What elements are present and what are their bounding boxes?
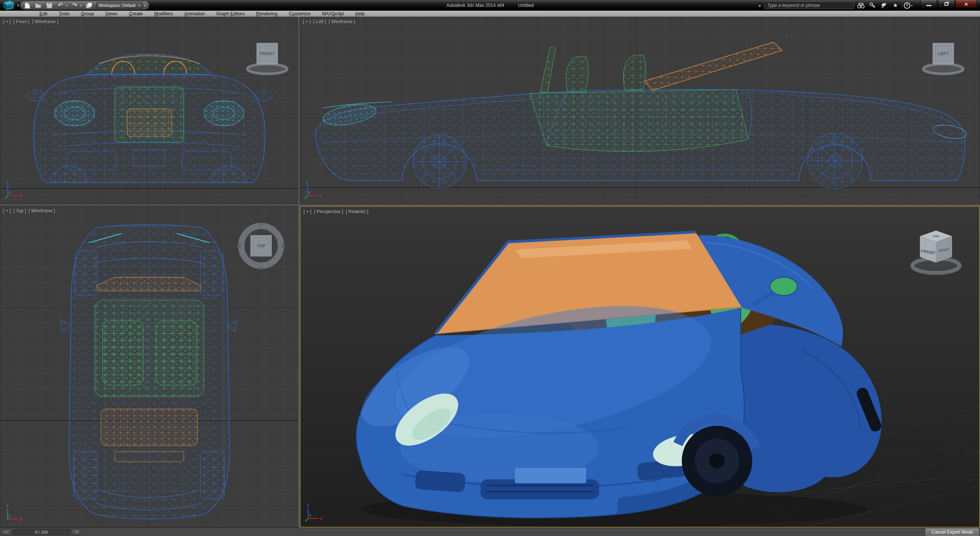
sign-in-key-icon[interactable] xyxy=(867,1,877,10)
project-folder-icon[interactable] xyxy=(85,2,93,9)
application-menu[interactable]: ▾ xyxy=(2,0,19,10)
viewport-menu-general[interactable]: [ + ] xyxy=(3,19,11,25)
current-frame-display[interactable]: 0 / 100 xyxy=(13,529,70,535)
menu-create[interactable]: Create xyxy=(123,11,149,17)
viewcube[interactable]: FRONT xyxy=(244,35,290,79)
menu-graph-editors[interactable]: Graph Editors xyxy=(211,11,250,17)
menu-maxscript[interactable]: MAXScript xyxy=(316,11,350,17)
viewport-menu-general[interactable]: [ + ] xyxy=(304,209,311,214)
cockpit-interior xyxy=(529,90,748,152)
viewport-menu-shading[interactable]: [ Realistic ] xyxy=(346,209,368,214)
wheel-front-left xyxy=(75,251,97,296)
title-bar: ▾ ↶ ▾ ↷ ▾ Workspace: Default ▾ ▾ Autodes… xyxy=(0,0,980,11)
infocenter-separator xyxy=(902,2,902,9)
mirror-right xyxy=(227,319,238,332)
menu-animation[interactable]: Animation xyxy=(179,11,211,17)
viewport-menu-shading[interactable]: [ Wireframe ] xyxy=(29,208,55,214)
next-frame-button[interactable]: > xyxy=(72,529,82,535)
viewport-top[interactable]: [ + ] [ Top ] [ Wireframe ] xyxy=(0,206,298,528)
save-file-icon[interactable] xyxy=(46,2,53,9)
close-icon: × xyxy=(965,1,968,7)
undo-caret-icon[interactable]: ▾ xyxy=(66,4,67,7)
viewport-front[interactable]: [ + ] [ Front ] [ Wireframe ] xyxy=(0,17,298,204)
car-wireframe-left[interactable] xyxy=(300,17,980,204)
minimize-button[interactable] xyxy=(920,0,937,8)
app-title: Autodesk 3ds Max 2014 x64 xyxy=(446,3,504,8)
mirror-left xyxy=(60,319,71,332)
search-binoculars-icon[interactable] xyxy=(856,1,866,10)
redo-caret-icon[interactable]: ▾ xyxy=(80,4,82,7)
viewport-left[interactable]: [ + ] [ Left ] [ Wireframe ] xyxy=(300,17,980,204)
svg-text:X: X xyxy=(20,194,22,198)
svg-text:Z: Z xyxy=(8,515,11,519)
svg-text:TOP: TOP xyxy=(257,243,265,248)
status-bar: < 0 / 100 > Cancel Expert Mode xyxy=(0,528,980,536)
workspace-caret-icon: ▾ xyxy=(139,4,140,7)
window-controls: × xyxy=(920,0,977,8)
menu-rendering[interactable]: Rendering xyxy=(250,11,283,17)
cancel-expert-mode-button[interactable]: Cancel Expert Mode xyxy=(926,528,979,536)
axis-tripod: Z X Y xyxy=(2,180,23,201)
mirror-right xyxy=(254,90,273,101)
svg-text:Y: Y xyxy=(309,514,312,518)
wheel-rear-right xyxy=(201,452,224,498)
viewcube[interactable]: LEFT xyxy=(920,35,966,79)
axis-tripod: Z X Y xyxy=(303,503,323,524)
viewport-menu-pov[interactable]: [ Perspective ] xyxy=(314,209,343,214)
viewport-menu-general[interactable]: [ + ] xyxy=(303,19,310,25)
toolbar-flyout-caret-icon[interactable]: ▾ xyxy=(144,4,146,7)
app-menu-caret-icon: ▾ xyxy=(17,3,19,7)
new-scene-icon[interactable] xyxy=(23,2,31,9)
viewport-menu-shading[interactable]: [ Wireframe ] xyxy=(329,19,355,25)
infocenter-collapse-icon[interactable]: ▸ xyxy=(758,3,763,8)
menu-tools[interactable]: Tools xyxy=(53,11,75,17)
svg-text:Z: Z xyxy=(307,503,309,508)
workspace-label: Workspace: Default xyxy=(99,3,136,8)
viewcube[interactable]: FRONT RIGHT TOP xyxy=(907,224,965,279)
svg-text:W: W xyxy=(237,243,242,249)
seat-left xyxy=(103,321,143,385)
info-center: ▸ ★ ? ▾ xyxy=(758,1,913,10)
communication-center-icon[interactable] xyxy=(879,1,889,10)
headlight-right xyxy=(204,101,244,126)
previous-frame-button[interactable]: < xyxy=(1,529,11,535)
svg-text:TOP: TOP xyxy=(933,235,939,238)
viewport-menu-shading[interactable]: [ Wireframe ] xyxy=(32,19,59,25)
menu-modifiers[interactable]: Modifiers xyxy=(149,11,179,17)
redo-icon[interactable]: ↷ xyxy=(71,2,78,9)
undo-icon[interactable]: ↶ xyxy=(57,2,64,9)
viewcube[interactable]: N E S W TOP xyxy=(236,221,286,273)
workspace-dropdown[interactable]: Workspace: Default ▾ xyxy=(96,2,143,9)
svg-text:Y: Y xyxy=(6,504,9,508)
restore-button[interactable] xyxy=(938,0,955,8)
menu-customize[interactable]: Customize xyxy=(283,11,316,17)
viewport-menu-general[interactable]: [ + ] xyxy=(3,208,11,214)
open-file-icon[interactable] xyxy=(34,2,42,9)
engine-bay xyxy=(101,409,198,446)
help-icon: ? xyxy=(904,2,910,9)
search-input[interactable] xyxy=(764,2,854,9)
favorites-star-icon[interactable]: ★ xyxy=(890,1,900,10)
menu-views[interactable]: Views xyxy=(100,11,123,17)
menu-group[interactable]: Group xyxy=(75,11,100,17)
viewport-menu-pov[interactable]: [ Front ] xyxy=(13,19,29,25)
seat-right xyxy=(156,321,197,385)
seat-frame-2 xyxy=(623,55,646,90)
menu-help[interactable]: Help xyxy=(350,11,371,17)
minimize-icon xyxy=(926,5,931,6)
help-button[interactable]: ? ▾ xyxy=(904,2,913,9)
viewport-front-label: [ + ] [ Front ] [ Wireframe ] xyxy=(3,19,58,25)
viewport-menu-pov[interactable]: [ Left ] xyxy=(313,19,326,25)
viewport-perspective[interactable]: [ + ] [ Perspective ] [ Realistic ] xyxy=(300,206,980,528)
svg-text:X: X xyxy=(319,194,322,198)
intake-left xyxy=(415,470,466,493)
wheel-front-right xyxy=(201,251,223,296)
svg-text:S: S xyxy=(260,265,263,271)
svg-text:Y: Y xyxy=(308,191,311,195)
car-model-shaded[interactable] xyxy=(301,207,979,527)
rear-wheel xyxy=(807,133,862,188)
viewport-menu-pov[interactable]: [ Top ] xyxy=(13,208,26,214)
menu-edit[interactable]: Edit xyxy=(34,11,53,17)
close-button[interactable]: × xyxy=(956,0,977,8)
menu-bar: EditToolsGroupViewsCreateModifiersAnimat… xyxy=(0,11,980,17)
